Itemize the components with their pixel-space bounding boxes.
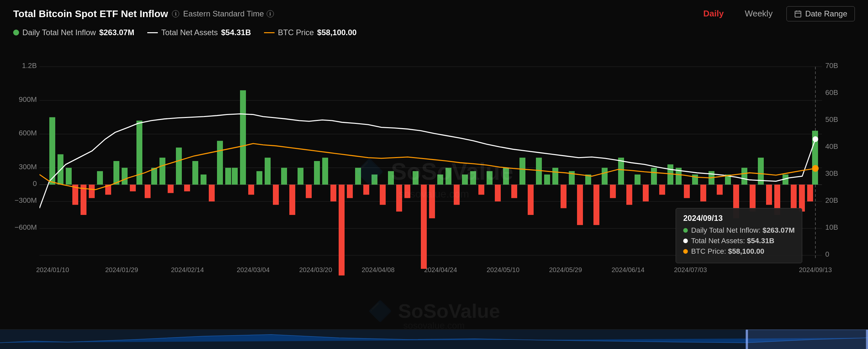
svg-text:300M: 300M	[19, 162, 37, 170]
svg-rect-123	[717, 185, 723, 195]
tooltip-inflow-icon	[683, 228, 688, 233]
tooltip-assets-icon	[683, 239, 688, 243]
svg-rect-74	[314, 161, 320, 185]
chart-minimap[interactable]	[0, 329, 868, 349]
svg-rect-88	[429, 185, 435, 219]
svg-rect-62	[217, 141, 223, 185]
svg-text:2024/01/29: 2024/01/29	[105, 266, 138, 274]
svg-rect-75	[322, 158, 328, 185]
svg-rect-79	[355, 168, 361, 185]
svg-rect-89	[437, 174, 443, 185]
chart-legend: Daily Total Net Inflow $263.07M Total Ne…	[0, 25, 868, 40]
title-info-icon[interactable]: ℹ	[172, 10, 179, 18]
svg-text:10B: 10B	[825, 223, 838, 231]
svg-text:−300M: −300M	[14, 196, 37, 204]
svg-rect-67	[256, 171, 262, 185]
svg-rect-96	[495, 185, 501, 201]
svg-text:1.2B: 1.2B	[22, 61, 37, 70]
svg-rect-114	[643, 185, 649, 201]
timezone-label: Eastern Standard Time ℹ	[183, 9, 274, 19]
date-range-button[interactable]: Date Range	[786, 6, 855, 21]
legend-item-assets: Total Net Assets $54.31B	[147, 28, 251, 37]
timezone-info-icon[interactable]: ℹ	[267, 10, 274, 18]
svg-rect-92	[462, 174, 468, 185]
svg-rect-132	[791, 185, 797, 208]
svg-text:2024/09/13: 2024/09/13	[799, 266, 832, 274]
svg-rect-51	[130, 185, 136, 192]
svg-rect-59	[192, 161, 198, 185]
svg-rect-72	[298, 168, 304, 185]
svg-text:600M: 600M	[19, 129, 37, 137]
svg-rect-85	[404, 185, 410, 198]
svg-rect-81	[372, 174, 377, 185]
svg-rect-82	[380, 185, 386, 205]
svg-rect-76	[331, 185, 336, 201]
svg-rect-69	[273, 185, 279, 205]
svg-rect-129	[766, 185, 772, 205]
svg-rect-0	[795, 11, 801, 17]
svg-rect-108	[593, 185, 599, 225]
weekly-tab[interactable]: Weekly	[738, 6, 780, 21]
chart-container[interactable]: 🔷 SoSoValue sosovalue.com 1.2B 900M 600M…	[0, 40, 868, 309]
main-chart: 1.2B 900M 600M 300M 0 −300M −600M 70B 60…	[13, 40, 855, 309]
svg-text:2024/06/14: 2024/06/14	[612, 266, 644, 274]
svg-rect-90	[445, 168, 452, 185]
assets-legend-icon	[147, 32, 158, 33]
svg-rect-102	[544, 174, 550, 185]
svg-rect-56	[168, 185, 174, 193]
svg-text:2024/05/10: 2024/05/10	[487, 266, 520, 274]
calendar-icon	[794, 10, 802, 18]
tooltip-row-btc: BTC Price: $58,100.00	[683, 247, 795, 256]
svg-rect-70	[281, 168, 287, 185]
svg-text:30B: 30B	[825, 169, 838, 178]
svg-point-137	[813, 136, 818, 141]
svg-rect-83	[388, 171, 394, 185]
svg-rect-139	[746, 329, 868, 349]
svg-rect-65	[240, 90, 246, 185]
chart-tooltip: 2024/09/13 Daily Total Net Inflow: $263.…	[676, 208, 802, 263]
svg-rect-61	[209, 185, 215, 201]
svg-rect-112	[626, 185, 632, 205]
svg-rect-133	[799, 185, 805, 212]
svg-text:2024/04/24: 2024/04/24	[424, 266, 457, 274]
svg-rect-87	[421, 185, 427, 269]
svg-rect-110	[610, 185, 616, 198]
svg-rect-94	[478, 185, 484, 195]
svg-rect-77	[339, 185, 345, 279]
svg-point-136	[812, 165, 819, 172]
svg-rect-66	[248, 185, 254, 195]
svg-rect-98	[511, 185, 517, 198]
page-header: Total Bitcoin Spot ETF Net Inflow ℹ East…	[0, 0, 868, 25]
svg-rect-121	[700, 185, 706, 201]
svg-rect-57	[176, 148, 182, 185]
svg-rect-68	[265, 158, 271, 185]
header-right: Daily Weekly Date Range	[696, 6, 855, 21]
svg-text:2024/03/20: 2024/03/20	[299, 266, 332, 274]
svg-rect-106	[577, 185, 583, 225]
svg-text:2024/03/04: 2024/03/04	[237, 266, 270, 274]
svg-rect-120	[692, 174, 698, 185]
svg-text:40B: 40B	[825, 142, 838, 151]
svg-rect-46	[89, 185, 95, 198]
svg-rect-49	[114, 161, 119, 185]
minimap-svg	[0, 329, 868, 349]
svg-rect-103	[552, 168, 558, 185]
legend-item-inflow: Daily Total Net Inflow $263.07M	[13, 28, 134, 37]
svg-rect-99	[520, 158, 525, 185]
daily-tab[interactable]: Daily	[696, 6, 731, 21]
svg-text:900M: 900M	[19, 95, 37, 103]
svg-rect-100	[528, 185, 534, 215]
svg-rect-58	[184, 185, 190, 192]
svg-rect-55	[159, 158, 165, 185]
svg-rect-78	[347, 185, 353, 198]
tooltip-row-inflow: Daily Total Net Inflow: $263.07M	[683, 226, 795, 235]
svg-text:2024/05/29: 2024/05/29	[549, 266, 582, 274]
svg-rect-86	[413, 171, 418, 185]
svg-rect-64	[232, 168, 238, 185]
tooltip-row-assets: Total Net Assets: $54.31B	[683, 236, 795, 245]
svg-rect-126	[741, 168, 747, 185]
svg-text:50B: 50B	[825, 115, 838, 124]
svg-rect-97	[503, 168, 509, 185]
svg-rect-43	[66, 168, 72, 185]
svg-rect-141	[866, 329, 868, 349]
